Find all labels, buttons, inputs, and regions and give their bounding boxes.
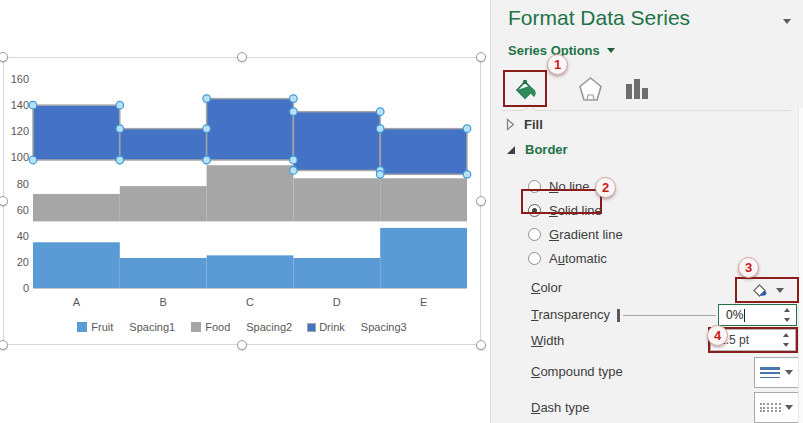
chart-frame-handle[interactable] [476, 196, 486, 206]
legend-marker-icon [77, 322, 87, 332]
legend-item[interactable]: Spacing3 [361, 321, 407, 333]
annotation-box-1 [503, 70, 547, 107]
series-band-fruit[interactable] [293, 258, 380, 288]
compound-type-label: Compound type [531, 364, 623, 379]
selection-handle-icon[interactable] [290, 167, 298, 175]
series-options-tab-bar-chart-icon[interactable] [625, 77, 649, 100]
selection-handle-icon[interactable] [290, 95, 298, 103]
series-band-drink[interactable] [380, 129, 467, 175]
selection-handle-icon[interactable] [203, 95, 211, 103]
width-spinner[interactable] [781, 333, 791, 347]
legend-marker-icon [191, 322, 201, 332]
section-fill[interactable]: Fill [506, 117, 543, 132]
compound-type-dropdown[interactable] [754, 357, 799, 388]
transparency-value: 0% [726, 308, 743, 322]
selection-handle-icon[interactable] [116, 101, 124, 109]
series-band-fruit[interactable] [120, 258, 207, 288]
chart-frame-handle[interactable] [237, 52, 247, 62]
spin-up-icon[interactable] [783, 333, 789, 337]
radio-automatic[interactable]: Automatic [528, 248, 607, 268]
selection-handle-icon[interactable] [116, 125, 124, 133]
border-color-picker-button[interactable] [737, 279, 797, 301]
transparency-slider-handle[interactable] [617, 309, 620, 322]
dash-type-dropdown[interactable] [754, 392, 799, 423]
y-tick-label: 120 [11, 125, 29, 137]
series-band-drink[interactable] [120, 129, 207, 160]
chart-object[interactable]: 020406080100120140160ABCDE FruitSpacing1… [3, 57, 481, 345]
annotation-badge-3: 3 [738, 257, 759, 278]
selection-handle-icon[interactable] [376, 125, 384, 133]
section-border[interactable]: Border [506, 142, 568, 157]
annotation-badge-2: 2 [595, 177, 616, 198]
series-band-food[interactable] [207, 165, 294, 221]
chevron-down-icon [607, 48, 615, 53]
legend-item[interactable]: Food [191, 321, 230, 333]
series-band-food[interactable] [293, 178, 380, 221]
legend-label: Drink [319, 321, 345, 333]
pane-options-chevron-down-icon[interactable] [783, 19, 791, 24]
series-band-fruit[interactable] [380, 228, 467, 288]
series-band-drink[interactable] [207, 99, 294, 160]
y-tick-label: 100 [11, 151, 29, 163]
selection-handle-icon[interactable] [463, 125, 471, 133]
spin-up-icon[interactable] [784, 308, 790, 312]
selection-handle-icon[interactable] [290, 108, 298, 116]
x-tick-label: E [420, 296, 427, 308]
annotation-box-2 [521, 189, 602, 214]
radio-gradient-line[interactable]: Gradient line [528, 224, 623, 244]
expanded-triangle-icon [506, 145, 516, 155]
selection-handle-icon[interactable] [29, 156, 37, 164]
x-tick-label: B [160, 296, 167, 308]
spin-down-icon[interactable] [783, 343, 789, 347]
series-band-food[interactable] [380, 178, 467, 221]
series-band-food[interactable] [120, 186, 207, 221]
legend-label: Spacing3 [361, 321, 407, 333]
series-band-drink[interactable] [33, 105, 120, 160]
transparency-slider-track[interactable] [623, 315, 716, 316]
width-label: Width [531, 333, 564, 348]
transparency-input[interactable]: 0% [718, 304, 797, 326]
radio-icon [528, 228, 541, 241]
chart-frame-handle[interactable] [237, 340, 247, 350]
section-fill-label: Fill [524, 117, 543, 132]
selection-handle-icon[interactable] [376, 171, 384, 179]
series-band-fruit[interactable] [207, 255, 294, 288]
transparency-spinner[interactable] [782, 308, 792, 322]
paint-bucket-color-icon [750, 282, 768, 299]
spin-down-icon[interactable] [784, 318, 790, 322]
selection-handle-icon[interactable] [203, 156, 211, 164]
collapsed-triangle-icon [506, 118, 515, 131]
x-tick-label: D [333, 296, 341, 308]
series-band-food[interactable] [33, 194, 120, 221]
legend-label: Food [205, 321, 230, 333]
legend-item[interactable]: Fruit [77, 321, 113, 333]
effects-tab-pentagon-icon[interactable] [577, 75, 604, 103]
radio-label: Gradient line [549, 227, 623, 242]
chart-frame-handle[interactable] [476, 52, 486, 62]
chart-frame-handle[interactable] [0, 340, 8, 350]
worksheet-area: 020406080100120140160ABCDE FruitSpacing1… [0, 0, 490, 423]
pane-title: Format Data Series [508, 6, 690, 30]
pane-scrollbar[interactable] [798, 108, 803, 423]
selection-handle-icon[interactable] [29, 101, 37, 109]
selection-handle-icon[interactable] [290, 156, 298, 164]
radio-label: Automatic [549, 251, 607, 266]
chevron-down-icon [776, 288, 784, 293]
chart-plot-area[interactable]: 020406080100120140160ABCDE [4, 58, 482, 346]
annotation-badge-4: 4 [707, 325, 728, 346]
legend-label: Fruit [91, 321, 113, 333]
selection-handle-icon[interactable] [376, 108, 384, 116]
series-band-fruit[interactable] [33, 242, 120, 288]
selection-handle-icon[interactable] [203, 125, 211, 133]
color-label: Color [531, 280, 562, 295]
chart-frame-handle[interactable] [476, 340, 486, 350]
chart-legend[interactable]: FruitSpacing1FoodSpacing2DrinkSpacing3 [4, 317, 480, 337]
transparency-label: Transparency [531, 307, 610, 322]
x-tick-label: A [73, 296, 81, 308]
legend-item[interactable]: Drink [308, 321, 345, 333]
legend-item[interactable]: Spacing2 [246, 321, 292, 333]
series-band-drink[interactable] [293, 112, 380, 171]
selection-handle-icon[interactable] [463, 171, 471, 179]
selection-handle-icon[interactable] [116, 156, 124, 164]
legend-item[interactable]: Spacing1 [129, 321, 175, 333]
